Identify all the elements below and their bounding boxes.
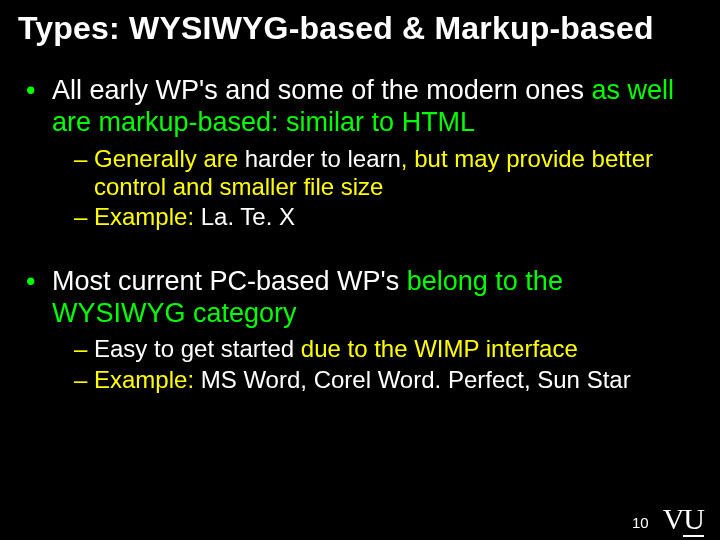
sub-highlight: harder to learn (245, 145, 401, 172)
sub-item: Example: MS Word, Corel Word. Perfect, S… (74, 366, 702, 394)
slide: Types: WYSIWYG-based & Markup-based All … (0, 0, 720, 540)
footer: 10 VU (632, 504, 704, 534)
bullet-item: All early WP's and some of the modern on… (26, 75, 702, 232)
sub-highlight: La. Te. X (201, 203, 295, 230)
slide-title: Types: WYSIWYG-based & Markup-based (18, 10, 702, 47)
bullet-item: Most current PC-based WP's belong to the… (26, 266, 702, 394)
logo-letter: U (683, 502, 704, 537)
sub-item: Example: La. Te. X (74, 203, 702, 231)
bullet-list: All early WP's and some of the modern on… (18, 75, 702, 394)
sub-item: Easy to get started due to the WIMP inte… (74, 335, 702, 363)
bullet-highlight: All early WP's and some of the modern on… (52, 75, 584, 105)
sub-text: Generally are (94, 145, 245, 172)
vu-logo: VU (663, 504, 704, 534)
sub-list: Generally are harder to learn, but may p… (52, 145, 702, 232)
logo-letter: V (663, 502, 684, 535)
sub-list: Easy to get started due to the WIMP inte… (52, 335, 702, 394)
spacer (26, 236, 702, 266)
page-number: 10 (632, 514, 649, 534)
sub-text: due to the WIMP interface (294, 335, 578, 362)
sub-highlight: Easy to get started (94, 335, 294, 362)
sub-item: Generally are harder to learn, but may p… (74, 145, 702, 202)
sub-text: Example: (94, 366, 201, 393)
sub-highlight: MS Word, Corel Word. Perfect, Sun Star (201, 366, 631, 393)
sub-text: Example: (94, 203, 201, 230)
bullet-highlight: Most current PC-based WP's (52, 266, 399, 296)
